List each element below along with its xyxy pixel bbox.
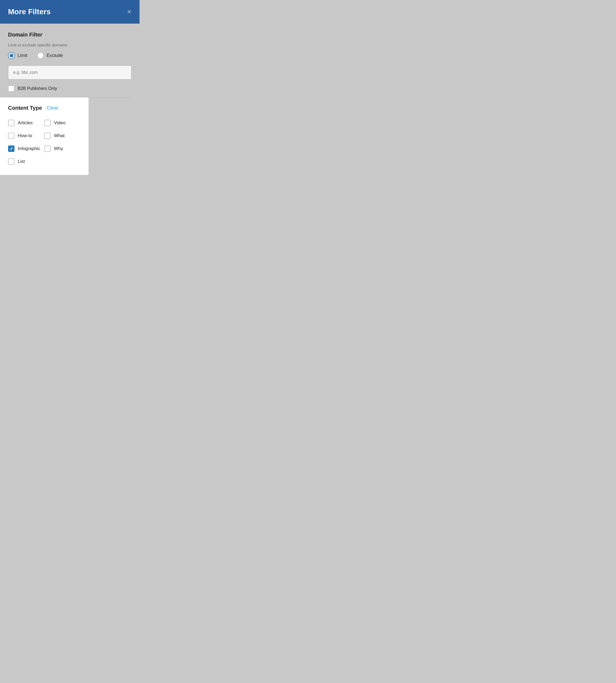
why-checkbox[interactable] <box>44 146 51 152</box>
radio-group: Limit Exclude <box>8 52 131 59</box>
domain-filter-description: Limit or exclude specific domains: <box>8 43 131 47</box>
list-checkbox[interactable] <box>8 158 15 165</box>
what-label[interactable]: What <box>54 133 65 138</box>
what-checkbox[interactable] <box>44 133 51 139</box>
exclude-radio-input[interactable] <box>37 52 44 59</box>
infographic-label[interactable]: Infographic <box>18 146 40 151</box>
list-item: List <box>8 156 44 168</box>
articles-label[interactable]: Articles <box>18 120 33 126</box>
modal-container: More Filters × Domain Filter Limit or ex… <box>0 0 139 683</box>
domain-filter-title: Domain Filter <box>8 32 131 38</box>
exclude-radio-text: Exclude <box>47 53 63 58</box>
infographic-checkbox[interactable] <box>8 146 15 152</box>
exclude-radio-label[interactable]: Exclude <box>37 52 63 59</box>
why-item: Why <box>44 143 81 154</box>
video-label[interactable]: Video <box>54 120 65 126</box>
articles-checkbox[interactable] <box>8 120 15 126</box>
clear-button[interactable]: Clear <box>47 105 58 111</box>
why-label[interactable]: Why <box>54 146 63 151</box>
b2b-checkbox-row: B2B Publishers Only <box>8 85 131 92</box>
content-type-header: Content Type Clear <box>8 105 81 111</box>
b2b-checkbox[interactable] <box>8 85 15 92</box>
howto-item: How-to <box>8 130 44 142</box>
video-checkbox[interactable] <box>44 120 51 126</box>
list-label[interactable]: List <box>18 159 25 164</box>
what-item: What <box>44 130 81 142</box>
close-button[interactable]: × <box>127 8 131 16</box>
content-type-left-col: Articles How-to Infographic <box>8 117 44 168</box>
content-type-right-col: Video What Why <box>44 117 81 168</box>
limit-radio-text: Limit <box>18 53 27 58</box>
howto-label[interactable]: How-to <box>18 133 32 138</box>
video-item: Video <box>44 117 81 129</box>
b2b-label[interactable]: B2B Publishers Only <box>18 86 57 91</box>
articles-item: Articles <box>8 117 44 129</box>
limit-radio-label[interactable]: Limit <box>8 52 27 59</box>
modal-title: More Filters <box>8 7 51 16</box>
domain-input[interactable] <box>8 65 131 80</box>
content-type-grid: Articles How-to Infographic <box>8 117 81 168</box>
content-type-card: Content Type Clear Articles How-to <box>0 98 89 175</box>
infographic-item: Infographic <box>8 143 44 154</box>
limit-radio-input[interactable] <box>8 52 15 59</box>
howto-checkbox[interactable] <box>8 133 15 139</box>
modal-body: Domain Filter Limit or exclude specific … <box>0 24 139 98</box>
content-type-title: Content Type <box>8 105 42 111</box>
modal-header: More Filters × <box>0 0 139 24</box>
domain-filter-section: Domain Filter Limit or exclude specific … <box>8 32 131 92</box>
